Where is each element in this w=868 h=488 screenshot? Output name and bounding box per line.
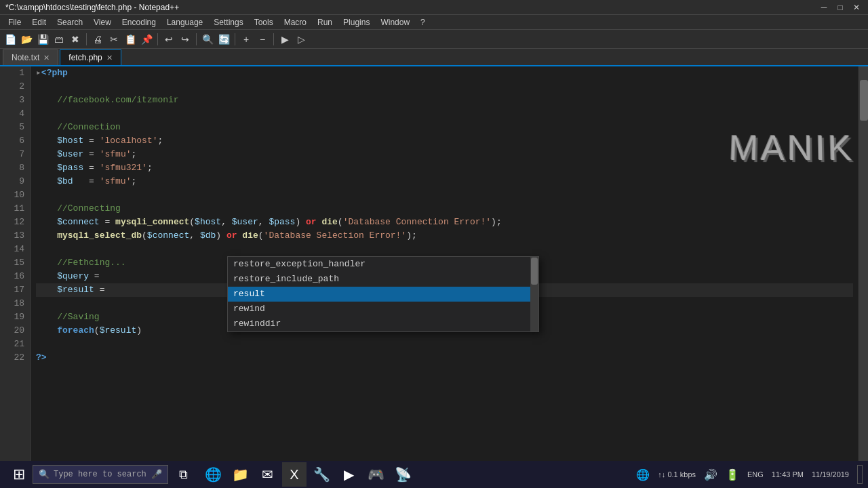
minimize-button[interactable]: ─ [818, 1, 830, 14]
tab-note-txt[interactable]: Note.txt ✕ [3, 49, 58, 65]
line-num-15: 15 [5, 256, 24, 270]
run2-button[interactable]: ▷ [294, 32, 309, 47]
ac-item-restore-exception[interactable]: restore_exception_handler [228, 257, 538, 272]
menu-view[interactable]: View [88, 16, 117, 28]
ac-item-rewinddir[interactable]: rewinddir [228, 317, 538, 331]
code-line-9: $bd = 'sfmu'; [36, 175, 853, 188]
microphone-icon: 🎤 [151, 469, 162, 480]
close-button[interactable]: ✖ [68, 32, 83, 47]
copy-button[interactable]: 📋 [123, 32, 138, 47]
code-line-11: //Connecting [36, 202, 853, 216]
menu-macro[interactable]: Macro [279, 16, 312, 28]
taskbar-ampps[interactable]: 🔧 [309, 462, 334, 487]
close-button[interactable]: ✕ [850, 1, 863, 14]
print-button[interactable]: 🖨 [90, 32, 105, 47]
tabbar: Note.txt ✕ fetch.php ✕ [0, 49, 868, 66]
find-button[interactable]: 🔍 [200, 32, 215, 47]
code-area[interactable]: ▸<?php //facebook.com/itzmonir //Connect… [31, 66, 859, 469]
tab-note-txt-close[interactable]: ✕ [43, 54, 50, 62]
line-num-17: 17 [5, 283, 24, 297]
line-num-6: 6 [5, 134, 24, 148]
replace-button[interactable]: 🔄 [216, 32, 231, 47]
redo-button[interactable]: ↪ [178, 32, 193, 47]
code-line-12: $connect = mysqli_connect($host, $user, … [36, 216, 853, 229]
taskbar-chrome2[interactable]: 📡 [391, 462, 415, 487]
cut-button[interactable]: ✂ [106, 32, 121, 47]
line-num-10: 10 [5, 188, 24, 202]
titlebar-title: *C:\xampp\htdocs\testing\fetch.php - Not… [5, 3, 179, 12]
ac-scrollbar[interactable] [530, 257, 538, 331]
line-num-1: 1 [5, 66, 24, 80]
run-button[interactable]: ▶ [277, 32, 292, 47]
task-view-button[interactable]: ⧉ [171, 462, 195, 487]
menu-settings[interactable]: Settings [208, 16, 248, 28]
sep1 [86, 33, 87, 45]
line-num-19: 19 [5, 310, 24, 324]
maximize-button[interactable]: □ [834, 1, 846, 14]
ac-scrollbar-thumb [531, 258, 538, 285]
code-line-13: mysqli_select_db($connect, $db) or die('… [36, 229, 853, 243]
ac-item-restore-include[interactable]: restore_include_path [228, 272, 538, 287]
menu-window[interactable]: Window [375, 16, 415, 28]
line-num-11: 11 [5, 202, 24, 216]
tab-fetch-php[interactable]: fetch.php ✕ [60, 49, 121, 65]
vertical-scrollbar[interactable] [859, 66, 868, 469]
menu-plugins[interactable]: Plugins [338, 16, 375, 28]
line-num-4: 4 [5, 107, 24, 121]
menu-file[interactable]: File [3, 16, 26, 28]
line-num-9: 9 [5, 175, 24, 188]
titlebar: *C:\xampp\htdocs\testing\fetch.php - Not… [0, 0, 868, 15]
code-line-8: $pass = 'sfmu321'; [36, 161, 853, 175]
code-line-4 [36, 107, 853, 121]
line-num-18: 18 [5, 297, 24, 310]
line-num-16: 16 [5, 270, 24, 283]
save-button[interactable]: 💾 [35, 32, 50, 47]
new-button[interactable]: 📄 [3, 32, 18, 47]
menu-tools[interactable]: Tools [249, 16, 279, 28]
menu-run[interactable]: Run [312, 16, 338, 28]
line-num-14: 14 [5, 243, 24, 256]
taskbar-media[interactable]: ▶ [336, 462, 361, 487]
menubar: File Edit Search View Encoding Language … [0, 15, 868, 30]
taskbar-search-placeholder: Type here to search [54, 470, 146, 479]
taskbar-search-bar[interactable]: 🔍 Type here to search 🎤 [33, 465, 168, 484]
menu-edit[interactable]: Edit [26, 16, 52, 28]
zoom-out-button[interactable]: − [255, 32, 270, 47]
taskbar-battery-icon: 🔋 [726, 468, 739, 481]
sep3 [196, 33, 197, 45]
taskbar-right: 🌐 ↑↓ 0.1 kbps 🔊 🔋 ENG 11:43 PM 11/19/201… [636, 465, 863, 484]
autocomplete-dropdown[interactable]: restore_exception_handler restore_includ… [227, 256, 539, 332]
menu-language[interactable]: Language [161, 16, 208, 28]
start-button[interactable]: ⊞ [5, 462, 33, 487]
taskbar-game[interactable]: 🎮 [363, 462, 388, 487]
sep5 [273, 33, 274, 45]
save-all-button[interactable]: 🗃 [52, 32, 66, 47]
tab-fetch-php-close[interactable]: ✕ [106, 54, 113, 62]
paste-button[interactable]: 📌 [139, 32, 154, 47]
titlebar-controls[interactable]: ─ □ ✕ [818, 1, 863, 14]
vscrollbar-thumb[interactable] [860, 80, 868, 121]
code-line-5: //Connection [36, 121, 853, 134]
undo-button[interactable]: ↩ [161, 32, 176, 47]
line-num-22: 22 [5, 351, 24, 365]
open-button[interactable]: 📂 [19, 32, 34, 47]
taskbar-mail[interactable]: ✉ [255, 462, 279, 487]
fold-icon: ▸ [36, 68, 41, 78]
taskbar-explorer[interactable]: 📁 [228, 462, 252, 487]
sep4 [235, 33, 235, 45]
line-num-20: 20 [5, 324, 24, 338]
ac-item-rewind[interactable]: rewind [228, 302, 538, 317]
show-desktop-button[interactable] [857, 465, 863, 484]
taskbar-xampp[interactable]: X [282, 462, 307, 487]
ac-item-result[interactable]: result [228, 287, 538, 302]
menu-help[interactable]: ? [415, 16, 431, 28]
taskbar-network-speed: ↑↓ 0.1 kbps [658, 470, 696, 479]
code-line-10 [36, 188, 853, 202]
code-line-3: //facebook.com/itzmonir [36, 94, 853, 107]
zoom-in-button[interactable]: + [239, 32, 254, 47]
menu-search[interactable]: Search [52, 16, 88, 28]
taskbar-chrome[interactable]: 🌐 [201, 462, 225, 487]
menu-encoding[interactable]: Encoding [117, 16, 161, 28]
line-num-7: 7 [5, 148, 24, 161]
tab-fetch-php-label: fetch.php [68, 53, 102, 62]
